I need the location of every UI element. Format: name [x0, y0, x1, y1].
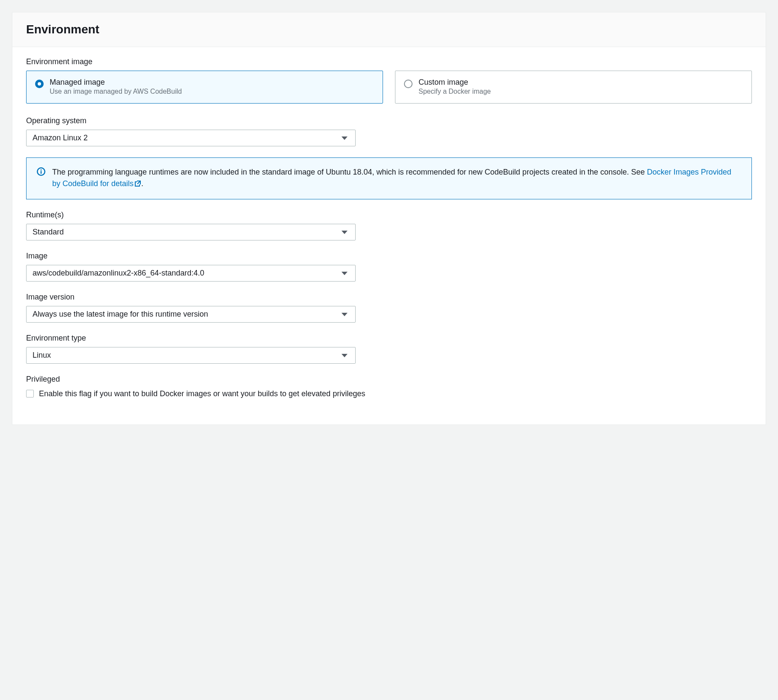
- image-version-label: Image version: [26, 293, 752, 302]
- image-label: Image: [26, 252, 752, 261]
- external-link-icon: [134, 179, 141, 190]
- environment-image-group: Environment image Managed image Use an i…: [26, 57, 752, 104]
- environment-image-label: Environment image: [26, 57, 752, 66]
- select-value: Linux: [33, 351, 51, 360]
- info-icon: [37, 166, 45, 190]
- operating-system-select[interactable]: Amazon Linux 2: [26, 130, 356, 146]
- environment-type-group: Environment type Linux: [26, 334, 752, 364]
- tile-desc: Specify a Docker image: [419, 88, 491, 95]
- image-version-select[interactable]: Always use the latest image for this run…: [26, 306, 356, 323]
- runtimes-select[interactable]: Standard: [26, 224, 356, 240]
- privileged-group: Privileged Enable this flag if you want …: [26, 375, 752, 400]
- runtime-info-alert: The programming language runtimes are no…: [26, 157, 752, 199]
- caret-down-icon: [341, 136, 347, 140]
- info-text-prefix: The programming language runtimes are no…: [52, 168, 647, 176]
- panel-body: Environment image Managed image Use an i…: [12, 47, 766, 424]
- image-group: Image aws/codebuild/amazonlinux2-x86_64-…: [26, 252, 752, 282]
- operating-system-label: Operating system: [26, 116, 752, 125]
- tile-title: Custom image: [419, 78, 491, 87]
- environment-type-label: Environment type: [26, 334, 752, 343]
- select-value: Amazon Linux 2: [33, 133, 88, 142]
- radio-icon: [404, 80, 413, 88]
- environment-panel: Environment Environment image Managed im…: [12, 12, 766, 425]
- radio-icon: [35, 80, 44, 88]
- privileged-checkbox[interactable]: [26, 390, 34, 397]
- tile-desc: Use an image managed by AWS CodeBuild: [50, 88, 182, 95]
- operating-system-group: Operating system Amazon Linux 2: [26, 116, 752, 146]
- environment-image-tiles: Managed image Use an image managed by AW…: [26, 71, 752, 104]
- info-text-suffix: .: [141, 179, 143, 188]
- image-select[interactable]: aws/codebuild/amazonlinux2-x86_64-standa…: [26, 265, 356, 282]
- svg-rect-2: [41, 169, 42, 171]
- select-value: Standard: [33, 228, 64, 237]
- caret-down-icon: [341, 313, 347, 316]
- caret-down-icon: [341, 272, 347, 275]
- panel-header: Environment: [12, 12, 766, 47]
- info-text: The programming language runtimes are no…: [52, 166, 741, 190]
- svg-rect-1: [41, 171, 42, 174]
- image-version-group: Image version Always use the latest imag…: [26, 293, 752, 323]
- privileged-checkbox-row[interactable]: Enable this flag if you want to build Do…: [26, 388, 752, 400]
- caret-down-icon: [341, 231, 347, 234]
- privileged-checkbox-label: Enable this flag if you want to build Do…: [39, 388, 365, 400]
- select-value: Always use the latest image for this run…: [33, 310, 208, 319]
- runtimes-group: Runtime(s) Standard: [26, 211, 752, 240]
- tile-managed-image[interactable]: Managed image Use an image managed by AW…: [26, 71, 383, 104]
- panel-title: Environment: [26, 23, 752, 36]
- tile-title: Managed image: [50, 78, 182, 87]
- tile-custom-image[interactable]: Custom image Specify a Docker image: [395, 71, 752, 104]
- runtimes-label: Runtime(s): [26, 211, 752, 219]
- privileged-label: Privileged: [26, 375, 752, 384]
- caret-down-icon: [341, 354, 347, 357]
- environment-type-select[interactable]: Linux: [26, 347, 356, 364]
- select-value: aws/codebuild/amazonlinux2-x86_64-standa…: [33, 269, 204, 278]
